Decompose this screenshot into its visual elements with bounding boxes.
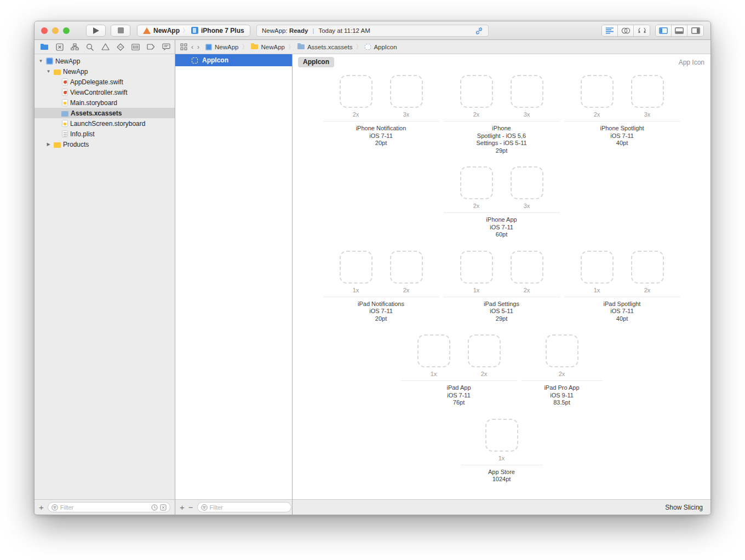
swift-file-icon bbox=[62, 78, 68, 85]
zoom-icon[interactable] bbox=[63, 27, 70, 34]
breadcrumb-item-appicon[interactable]: AppIcon bbox=[365, 44, 397, 50]
tree-item-info-plist[interactable]: Info.plist bbox=[35, 129, 175, 139]
disclosure-triangle-icon[interactable]: ▼ bbox=[45, 69, 51, 74]
project-navigator-tab[interactable] bbox=[40, 43, 49, 50]
tree-item-appdelegate-swift[interactable]: AppDelegate.swift bbox=[35, 77, 175, 87]
scale-label: 3x bbox=[403, 111, 410, 118]
related-items-icon[interactable] bbox=[180, 43, 187, 50]
group-divider bbox=[444, 297, 560, 297]
breadcrumb-item-newapp[interactable]: NewApp bbox=[251, 44, 284, 50]
icon-slot-iphone-2x[interactable] bbox=[460, 75, 493, 108]
version-editor-icon bbox=[638, 27, 646, 33]
show-slicing-button[interactable]: Show Slicing bbox=[665, 504, 703, 511]
set-name-chip[interactable]: AppIcon bbox=[298, 57, 334, 67]
icon-slot-ipad-spotlight-1x[interactable] bbox=[581, 251, 614, 284]
asset-set-item-appicon[interactable]: AppIcon bbox=[175, 54, 292, 66]
tree-item-label: Info.plist bbox=[70, 130, 95, 138]
icon-slot-iphone-notification-3x[interactable] bbox=[390, 75, 423, 108]
toggle-debug-area-button[interactable] bbox=[672, 25, 687, 36]
tree-item-newapp[interactable]: ▼NewApp bbox=[35, 66, 175, 77]
icon-slot-ipad-app-1x[interactable] bbox=[417, 334, 450, 367]
issue-navigator-tab[interactable] bbox=[101, 43, 110, 50]
close-icon[interactable] bbox=[41, 27, 48, 34]
test-navigator-tab[interactable] bbox=[117, 43, 124, 51]
icon-slot-iphone-app-2x[interactable] bbox=[460, 166, 493, 199]
tree-item-main-storyboard[interactable]: Main.storyboard bbox=[35, 97, 175, 108]
icon-slot-ipad-app-2x[interactable] bbox=[468, 334, 501, 367]
tree-item-newapp[interactable]: ▼NewApp bbox=[35, 56, 175, 66]
standard-editor-button[interactable] bbox=[602, 25, 618, 36]
scheme-selector[interactable]: NewApp 〉 iPhone 7 Plus bbox=[137, 25, 250, 37]
icon-slot-ipad-settings-2x[interactable] bbox=[511, 251, 543, 284]
breadcrumb-item-assets-xcassets[interactable]: Assets.xcassets bbox=[297, 44, 352, 50]
navigator-bottombar: + bbox=[35, 499, 175, 515]
source-control-navigator-tab[interactable] bbox=[56, 43, 64, 51]
editor-mode-segment bbox=[601, 25, 650, 37]
tree-item-viewcontroller-swift[interactable]: ViewController.swift bbox=[35, 87, 175, 97]
navigator-filter-field[interactable] bbox=[48, 502, 170, 512]
icon-slot-ipad-notifications-1x[interactable] bbox=[340, 251, 373, 284]
icon-slot-iphone-3x[interactable] bbox=[511, 75, 543, 108]
remove-asset-button[interactable]: − bbox=[188, 503, 193, 511]
folder-icon bbox=[54, 70, 61, 75]
toggle-inspector-button[interactable] bbox=[687, 25, 703, 36]
slot-row: 1x2xiPad NotificationsiOS 7-1120pt1x2xiP… bbox=[293, 251, 710, 323]
run-button[interactable] bbox=[86, 25, 106, 37]
icon-slot-ipad-spotlight-2x[interactable] bbox=[631, 251, 664, 284]
group-divider bbox=[564, 297, 680, 297]
scale-label: 2x bbox=[559, 371, 565, 377]
minimize-icon[interactable] bbox=[52, 27, 59, 34]
group-caption: iPhone NotificationiOS 7-1120pt bbox=[356, 125, 406, 147]
icon-slot-iphone-spotlight-2x[interactable] bbox=[581, 75, 614, 108]
clock-icon[interactable] bbox=[151, 504, 158, 511]
version-editor-button[interactable] bbox=[634, 25, 650, 36]
view-toggle-segment bbox=[655, 25, 704, 37]
asset-filter-field[interactable] bbox=[197, 502, 291, 512]
tree-item-launchscreen-storyboard[interactable]: LaunchScreen.storyboard bbox=[35, 118, 175, 129]
icon-slot-app-store-1x[interactable] bbox=[485, 419, 518, 452]
breadcrumb-item-newapp[interactable]: NewApp bbox=[205, 44, 238, 50]
breakpoint-navigator-tab[interactable] bbox=[147, 44, 155, 50]
icon-slot-ipad-settings-1x[interactable] bbox=[460, 251, 493, 284]
disclosure-triangle-icon[interactable]: ▼ bbox=[38, 59, 44, 63]
stop-button[interactable] bbox=[111, 25, 130, 37]
report-navigator-tab[interactable] bbox=[162, 43, 170, 50]
asset-filter-input[interactable] bbox=[210, 504, 288, 511]
back-button[interactable]: ‹ bbox=[191, 43, 193, 51]
group-caption: iPhoneSpotlight - iOS 5,6Settings - iOS … bbox=[476, 125, 526, 154]
navigator-filter-input[interactable] bbox=[60, 504, 149, 511]
find-navigator-tab[interactable] bbox=[86, 43, 94, 51]
toggle-navigator-button[interactable] bbox=[656, 25, 672, 36]
swift-file-icon bbox=[62, 89, 68, 96]
slot-row: 2x3xiPhone AppiOS 7-1160pt bbox=[293, 166, 710, 239]
icon-slot-ipad-pro-app-2x[interactable] bbox=[546, 334, 578, 367]
standard-editor-icon bbox=[606, 27, 614, 34]
tree-item-label: ViewController.swift bbox=[70, 89, 127, 96]
toolbar: NewApp 〉 iPhone 7 Plus NewApp: Ready | T… bbox=[35, 21, 710, 40]
add-asset-button[interactable]: + bbox=[180, 503, 185, 511]
xcode-window: NewApp 〉 iPhone 7 Plus NewApp: Ready | T… bbox=[34, 21, 711, 515]
icon-group-ipad-pro-app: 2xiPad Pro AppiOS 9-1183.5pt bbox=[522, 334, 603, 407]
source-control-filter-icon[interactable] bbox=[160, 504, 167, 511]
icon-slot-iphone-notification-2x[interactable] bbox=[340, 75, 373, 108]
icon-group-iphone-notification: 2x3xiPhone NotificationiOS 7-1120pt bbox=[323, 75, 439, 154]
stop-icon bbox=[118, 27, 124, 33]
tree-item-products[interactable]: ▶Products bbox=[35, 139, 175, 149]
assistant-editor-button[interactable] bbox=[618, 25, 634, 36]
symbol-navigator-tab[interactable] bbox=[71, 43, 79, 50]
group-caption: iPhone AppiOS 7-1160pt bbox=[486, 216, 517, 239]
group-divider bbox=[564, 121, 680, 122]
add-file-button[interactable]: + bbox=[39, 503, 44, 511]
tree-item-assets-xcassets[interactable]: Assets.xcassets bbox=[35, 108, 175, 118]
icon-slot-iphone-app-3x[interactable] bbox=[511, 166, 543, 199]
icon-slot-ipad-notifications-2x[interactable] bbox=[390, 251, 423, 284]
scale-label: 1x bbox=[473, 287, 480, 293]
disclosure-triangle-icon[interactable]: ▶ bbox=[45, 142, 51, 147]
navigator-pane: ▼NewApp▼NewAppAppDelegate.swiftViewContr… bbox=[35, 40, 175, 515]
debug-navigator-tab[interactable] bbox=[131, 44, 140, 50]
forward-button[interactable]: › bbox=[197, 43, 199, 51]
icon-slot-iphone-spotlight-3x[interactable] bbox=[631, 75, 664, 108]
filter-icon bbox=[201, 504, 208, 511]
breadcrumb-separator-icon: 〉 bbox=[356, 43, 362, 51]
link-icon[interactable] bbox=[475, 27, 483, 35]
